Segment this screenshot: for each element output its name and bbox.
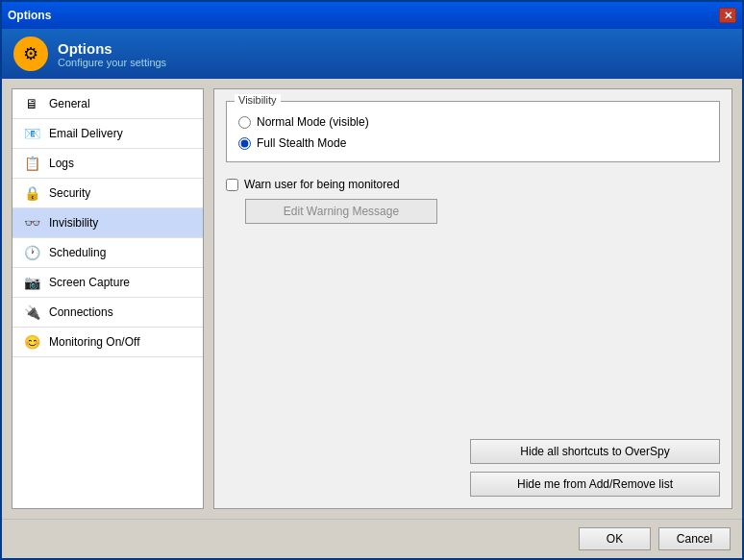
sidebar-item-connections[interactable]: 🔌 Connections (12, 298, 203, 328)
sidebar-label-invisibility: Invisibility (49, 216, 98, 230)
sidebar-item-logs[interactable]: 📋 Logs (12, 149, 203, 179)
sidebar-item-monitoring[interactable]: 😊 Monitoring On/Off (12, 328, 203, 357)
sidebar-item-email-delivery[interactable]: 📧 Email Delivery (12, 119, 203, 149)
hide-shortcuts-button[interactable]: Hide all shortcuts to OverSpy (470, 439, 720, 464)
email-icon: 📧 (22, 126, 41, 141)
sidebar-label-screen-capture: Screen Capture (49, 276, 130, 289)
warn-label: Warn user for being monitored (244, 178, 400, 191)
sidebar-label-monitoring: Monitoring On/Off (49, 335, 140, 349)
ok-button[interactable]: OK (579, 527, 651, 550)
sidebar-label-scheduling: Scheduling (49, 246, 106, 259)
sidebar-item-security[interactable]: 🔒 Security (12, 179, 203, 208)
fieldset-legend: Visibility (235, 94, 281, 106)
warn-checkbox[interactable] (226, 179, 238, 191)
visibility-fieldset: Visibility Normal Mode (visible) Full St… (226, 101, 720, 162)
sidebar-item-screen-capture[interactable]: 📷 Screen Capture (12, 268, 203, 298)
main-content: 🖥 General 📧 Email Delivery 📋 Logs 🔒 Secu… (2, 79, 742, 519)
window-title: Options (8, 9, 51, 22)
radio-group: Normal Mode (visible) Full Stealth Mode (238, 115, 707, 150)
cancel-button[interactable]: Cancel (658, 527, 731, 550)
sidebar-label-connections: Connections (49, 305, 113, 319)
radio-stealth-mode[interactable]: Full Stealth Mode (238, 136, 707, 150)
sidebar-label-logs: Logs (49, 157, 74, 170)
hide-addremove-button[interactable]: Hide me from Add/Remove list (470, 472, 720, 497)
action-buttons: Hide all shortcuts to OverSpy Hide me fr… (226, 439, 720, 497)
header-bar: ⚙ Options Configure your settings (2, 29, 742, 79)
sidebar-item-general[interactable]: 🖥 General (12, 89, 203, 119)
invisibility-icon: 👓 (22, 215, 41, 231)
monitoring-icon: 😊 (22, 334, 41, 350)
header-subtitle: Configure your settings (58, 57, 166, 68)
sidebar-label-email: Email Delivery (49, 127, 123, 140)
sidebar-label-general: General (49, 97, 90, 110)
security-icon: 🔒 (22, 185, 41, 201)
title-bar: Options ✕ (2, 2, 742, 29)
sidebar: 🖥 General 📧 Email Delivery 📋 Logs 🔒 Secu… (12, 88, 204, 509)
header-icon: ⚙ (13, 37, 48, 71)
warn-section: Warn user for being monitored Edit Warni… (226, 178, 720, 224)
radio-normal-mode[interactable]: Normal Mode (visible) (238, 115, 707, 129)
header-texts: Options Configure your settings (58, 40, 166, 68)
footer: OK Cancel (2, 519, 742, 558)
right-panel: Visibility Normal Mode (visible) Full St… (213, 88, 732, 509)
close-button[interactable]: ✕ (719, 8, 736, 23)
sidebar-item-invisibility[interactable]: 👓 Invisibility (12, 208, 203, 238)
radio-stealth-label: Full Stealth Mode (257, 136, 346, 150)
screen-capture-icon: 📷 (22, 275, 41, 290)
edit-warning-button: Edit Warning Message (245, 199, 437, 224)
radio-normal-label: Normal Mode (visible) (257, 115, 369, 129)
scheduling-icon: 🕐 (22, 245, 41, 260)
sidebar-label-security: Security (49, 186, 90, 200)
logs-icon: 📋 (22, 156, 41, 171)
warn-checkbox-row: Warn user for being monitored (226, 178, 720, 191)
radio-normal-input[interactable] (238, 116, 251, 129)
main-window: Options ✕ ⚙ Options Configure your setti… (0, 0, 744, 560)
sidebar-item-scheduling[interactable]: 🕐 Scheduling (12, 238, 203, 268)
radio-stealth-input[interactable] (238, 137, 251, 150)
header-title: Options (58, 40, 166, 57)
connections-icon: 🔌 (22, 304, 41, 320)
general-icon: 🖥 (22, 96, 41, 111)
